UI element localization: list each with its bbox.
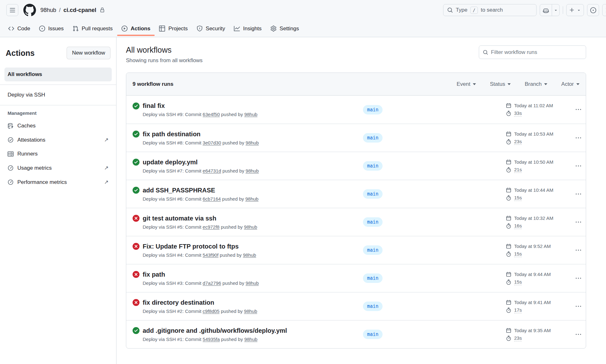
pushed-by-text: pushed by	[221, 224, 243, 230]
actor-link[interactable]: 98hub	[244, 337, 258, 342]
tab-projects[interactable]: Projects	[155, 20, 192, 37]
run-options-button[interactable]	[573, 104, 584, 115]
sidebar-item-label: Runners	[17, 151, 38, 157]
run-title-link[interactable]: add SSH_PASSPHRASE	[143, 187, 215, 194]
run-title-link[interactable]: Fix: Update FTP protocol to ftps	[143, 243, 239, 250]
run-title-link[interactable]: fix directory destination	[143, 299, 214, 306]
github-logo[interactable]	[23, 4, 36, 16]
sidebar-item-label: Caches	[17, 123, 36, 129]
run-options-button[interactable]	[573, 132, 584, 143]
server-icon	[8, 151, 14, 157]
tab-actions[interactable]: Actions	[117, 20, 155, 37]
workflow-run-row: update deploy.yml Deploy via SSH #7: Com…	[126, 152, 586, 180]
branch-badge[interactable]: main	[363, 330, 383, 339]
branch-badge[interactable]: main	[363, 273, 383, 283]
pull-requests-dashboard-button[interactable]	[602, 4, 606, 16]
cache-icon	[8, 123, 14, 129]
filter-input[interactable]	[491, 49, 582, 56]
run-timestamp: Today at 10:32 AM	[514, 215, 553, 221]
issue-opened-icon	[39, 26, 45, 32]
run-options-button[interactable]	[573, 329, 584, 340]
search-icon	[447, 7, 453, 13]
filter-workflow-runs-field[interactable]	[479, 45, 586, 59]
actor-link[interactable]: 98hub	[244, 112, 258, 117]
sidebar-item-attestations[interactable]: Attestations ↗	[4, 133, 112, 147]
copilot-icon[interactable]	[540, 4, 552, 16]
sidebar-item-performance-metrics[interactable]: Performance metrics ↗	[4, 175, 112, 189]
branch-badge[interactable]: main	[363, 161, 383, 171]
kebab-horizontal-icon	[576, 135, 581, 141]
run-title-link[interactable]: final fix	[143, 102, 165, 109]
actor-link[interactable]: 98hub	[244, 224, 257, 230]
copilot-button	[540, 4, 560, 16]
sidebar-item-all-workflows[interactable]: All workflows	[4, 68, 112, 81]
commit-link[interactable]: 54935fa	[203, 337, 220, 342]
tab-issues[interactable]: Issues	[35, 20, 68, 37]
actor-link[interactable]: 98hub	[244, 308, 257, 314]
run-time-cell: Today at 9:41 AM 17s	[506, 300, 573, 313]
branch-badge[interactable]: main	[363, 302, 383, 311]
branch-badge[interactable]: main	[363, 217, 383, 227]
run-options-button[interactable]	[573, 161, 584, 171]
run-commit-line: Deploy via SSH #4: Commit 543f90f pushed…	[143, 252, 363, 258]
run-options-button[interactable]	[573, 301, 584, 312]
hamburger-menu-button[interactable]	[6, 4, 18, 16]
lock-icon	[100, 8, 105, 13]
calendar-icon	[506, 244, 511, 249]
actor-filter-dropdown[interactable]: Actor	[561, 81, 579, 87]
commit-link[interactable]: 6cb7164	[203, 196, 221, 202]
run-branch-cell: main	[363, 330, 506, 339]
breadcrumb-owner-link[interactable]: 98hub	[40, 7, 56, 14]
run-title-link[interactable]: fix path	[143, 271, 165, 278]
tab-code[interactable]: Code	[4, 20, 35, 37]
run-options-button[interactable]	[573, 245, 584, 255]
commit-link[interactable]: 63e4f50	[203, 112, 220, 117]
issues-dashboard-button[interactable]	[587, 4, 599, 16]
tab-settings[interactable]: Settings	[266, 20, 303, 37]
branch-filter-dropdown[interactable]: Branch	[525, 81, 547, 87]
branch-badge[interactable]: main	[363, 189, 383, 199]
tab-security[interactable]: Security	[192, 20, 229, 37]
commit-link[interactable]: ec972f8	[203, 224, 219, 230]
create-new-button[interactable]	[566, 4, 584, 16]
kebab-horizontal-icon	[576, 191, 581, 197]
status-filter-dropdown[interactable]: Status	[490, 81, 511, 87]
sidebar-item-usage-metrics[interactable]: Usage metrics ↗	[4, 161, 112, 175]
global-search-input[interactable]: Type / to search	[443, 4, 537, 16]
branch-badge[interactable]: main	[363, 105, 383, 114]
actor-link[interactable]: 98hub	[245, 196, 258, 202]
branch-badge[interactable]: main	[363, 133, 383, 143]
commit-link[interactable]: 3e07d30	[203, 140, 221, 145]
workflow-run-row: final fix Deploy via SSH #9: Commit 63e4…	[126, 96, 586, 124]
run-options-button[interactable]	[573, 189, 584, 199]
actor-link[interactable]: 98hub	[246, 168, 259, 173]
run-title-link[interactable]: git test automate via ssh	[143, 215, 216, 222]
plus-icon	[569, 7, 575, 13]
run-title-link[interactable]: add .gitignore and .github/workflows/dep…	[143, 327, 287, 334]
management-section-label: Management	[4, 109, 112, 119]
breadcrumb-repo-link[interactable]: ci.cd-cpanel	[63, 7, 96, 14]
event-filter-dropdown[interactable]: Event	[457, 81, 476, 87]
sidebar-item-runners[interactable]: Runners	[4, 147, 112, 161]
commit-link[interactable]: c9f8d05	[203, 308, 219, 314]
branch-badge[interactable]: main	[363, 245, 383, 255]
sidebar-item-caches[interactable]: Caches	[4, 119, 112, 133]
commit-link[interactable]: d7a2796	[203, 280, 221, 286]
run-title-link[interactable]: update deploy.yml	[143, 159, 198, 166]
code-icon	[8, 26, 14, 32]
header-divider	[563, 6, 563, 14]
run-options-button[interactable]	[573, 273, 584, 284]
commit-link[interactable]: e64731d	[203, 168, 221, 173]
tab-pull-requests[interactable]: Pull requests	[68, 20, 117, 37]
actor-link[interactable]: 98hub	[246, 140, 259, 145]
new-workflow-button[interactable]: New workflow	[67, 47, 110, 59]
sidebar-item-deploy-via-ssh[interactable]: Deploy via SSH	[4, 88, 112, 102]
tab-insights[interactable]: Insights	[229, 20, 266, 37]
run-title-link[interactable]: fix path destination	[143, 131, 200, 138]
copilot-dropdown-button[interactable]	[552, 4, 559, 16]
actor-link[interactable]: 98hub	[246, 280, 259, 286]
search-placeholder-suffix: to search	[481, 7, 503, 13]
commit-link[interactable]: 543f90f	[203, 252, 218, 258]
actor-link[interactable]: 98hub	[243, 252, 256, 258]
run-options-button[interactable]	[573, 217, 584, 227]
